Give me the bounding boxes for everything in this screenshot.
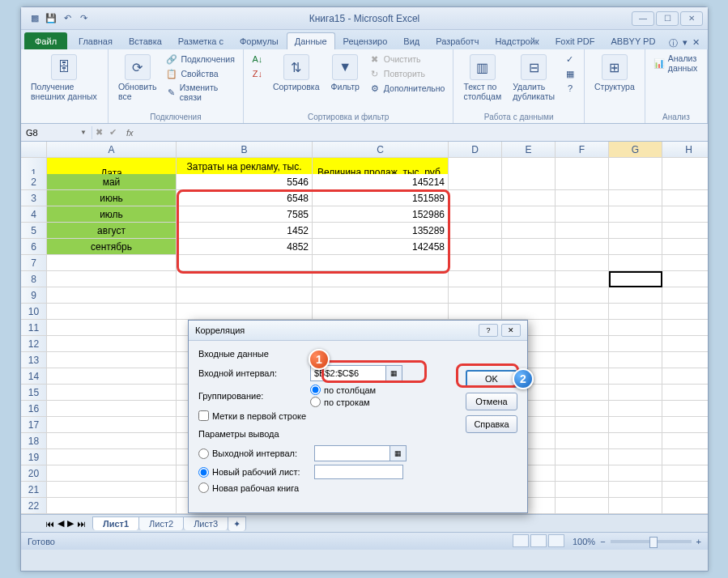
row-header[interactable]: 15 (21, 385, 47, 401)
col-header[interactable]: D (449, 142, 502, 158)
value-cell[interactable]: 135289 (313, 223, 449, 239)
row-header[interactable]: 21 (21, 482, 47, 498)
help-button[interactable]: Справка (466, 415, 517, 433)
cell[interactable] (609, 304, 662, 320)
confirm-icon[interactable]: ✔ (106, 127, 120, 138)
break-view-icon[interactable] (548, 534, 564, 547)
cancel-icon[interactable]: ✖ (92, 127, 106, 138)
cell[interactable] (662, 482, 708, 498)
cell[interactable] (449, 271, 502, 287)
cell[interactable] (662, 304, 708, 320)
sheet-tab[interactable]: Лист2 (138, 516, 184, 530)
tab-view[interactable]: Вид (395, 32, 428, 49)
tab-insert[interactable]: Вставка (121, 32, 170, 49)
ribbon-min-icon[interactable]: ▾ (683, 37, 688, 49)
cell[interactable] (556, 320, 609, 336)
cell[interactable] (556, 465, 609, 482)
row-header[interactable]: 14 (21, 368, 47, 385)
cell[interactable] (556, 449, 609, 465)
col-header[interactable]: H (662, 142, 708, 158)
cell[interactable] (177, 304, 313, 320)
cell[interactable] (662, 271, 708, 287)
dialog-close-button[interactable]: ✕ (501, 324, 521, 337)
cell[interactable] (662, 433, 708, 449)
text-to-columns-button[interactable]: ▥Текст по столбцам (460, 53, 504, 103)
cell[interactable] (609, 449, 662, 465)
cell[interactable] (609, 287, 662, 304)
cell[interactable] (609, 320, 662, 336)
cell[interactable] (556, 223, 609, 239)
cell[interactable] (313, 304, 449, 320)
cell[interactable] (662, 498, 708, 514)
filter-button[interactable]: ▼Фильтр (328, 53, 363, 93)
row-header[interactable]: 3 (21, 190, 47, 206)
row-header[interactable]: 16 (21, 401, 47, 417)
cell[interactable] (502, 206, 556, 223)
consolidate-button[interactable]: ▦ (563, 67, 577, 80)
cell[interactable] (502, 174, 556, 190)
value-cell[interactable]: 5546 (177, 174, 313, 190)
cell[interactable] (556, 239, 609, 255)
validation-button[interactable]: ✓ (563, 53, 577, 66)
cell[interactable] (662, 223, 708, 239)
edit-links-button[interactable]: ✎Изменить связи (164, 82, 236, 103)
cell[interactable] (556, 417, 609, 433)
cell[interactable] (502, 255, 556, 271)
value-cell[interactable]: 152986 (313, 206, 449, 223)
cell[interactable] (609, 239, 662, 255)
cell[interactable] (609, 336, 662, 352)
properties-button[interactable]: 📋Свойства (164, 67, 236, 80)
row-header[interactable]: 10 (21, 304, 47, 320)
cancel-button[interactable]: Отмена (466, 393, 517, 410)
row-header[interactable]: 18 (21, 433, 47, 449)
cell[interactable] (609, 385, 662, 401)
cell[interactable] (662, 417, 708, 433)
cell[interactable] (502, 304, 556, 320)
row-header[interactable]: 9 (21, 287, 47, 304)
row-header[interactable]: 22 (21, 498, 47, 514)
tab-foxit[interactable]: Foxit PDF (547, 32, 603, 49)
cell[interactable] (177, 271, 313, 287)
by-rows-radio[interactable]: по строкам (310, 397, 376, 407)
new-ws-radio[interactable]: Новый рабочий лист: (198, 465, 517, 479)
row-header[interactable]: 4 (21, 206, 47, 223)
tab-nav-last-icon[interactable]: ⏭ (77, 519, 86, 529)
cell[interactable] (449, 174, 502, 190)
cell[interactable] (662, 190, 708, 206)
sheet-tab[interactable]: Лист3 (183, 516, 228, 530)
row-header[interactable]: 13 (21, 352, 47, 368)
tab-review[interactable]: Рецензиро (335, 32, 396, 49)
sort-az-button[interactable]: A↓ (250, 53, 265, 66)
cell[interactable] (662, 239, 708, 255)
ok-button[interactable]: OK (466, 370, 517, 388)
cell[interactable] (556, 174, 609, 190)
row-header[interactable]: 19 (21, 449, 47, 465)
value-cell[interactable]: 7585 (177, 206, 313, 223)
cell[interactable] (609, 417, 662, 433)
zoom-in-icon[interactable]: + (696, 537, 701, 546)
cell[interactable] (609, 206, 662, 223)
cell[interactable] (556, 336, 609, 352)
value-cell[interactable]: 4852 (177, 239, 313, 255)
new-ws-input[interactable] (314, 465, 403, 479)
row-header[interactable]: 17 (21, 417, 47, 433)
value-cell[interactable]: 151589 (313, 190, 449, 206)
cell[interactable] (47, 465, 177, 482)
cell[interactable] (449, 223, 502, 239)
cell[interactable] (47, 287, 177, 304)
tab-home[interactable]: Главная (70, 32, 121, 49)
cell[interactable] (47, 433, 177, 449)
cell[interactable] (609, 352, 662, 368)
corner[interactable] (21, 142, 47, 158)
external-data-button[interactable]: 🗄Получение внешних данных (28, 53, 101, 103)
output-range-input[interactable] (315, 448, 390, 459)
cell[interactable] (502, 239, 556, 255)
cell[interactable] (556, 304, 609, 320)
cell[interactable] (47, 336, 177, 352)
dialog-help-button[interactable]: ? (479, 324, 498, 337)
cell[interactable] (502, 190, 556, 206)
tab-abbyy[interactable]: ABBYY PD (603, 32, 664, 49)
cell[interactable] (449, 239, 502, 255)
cell[interactable] (47, 401, 177, 417)
cell[interactable] (556, 190, 609, 206)
